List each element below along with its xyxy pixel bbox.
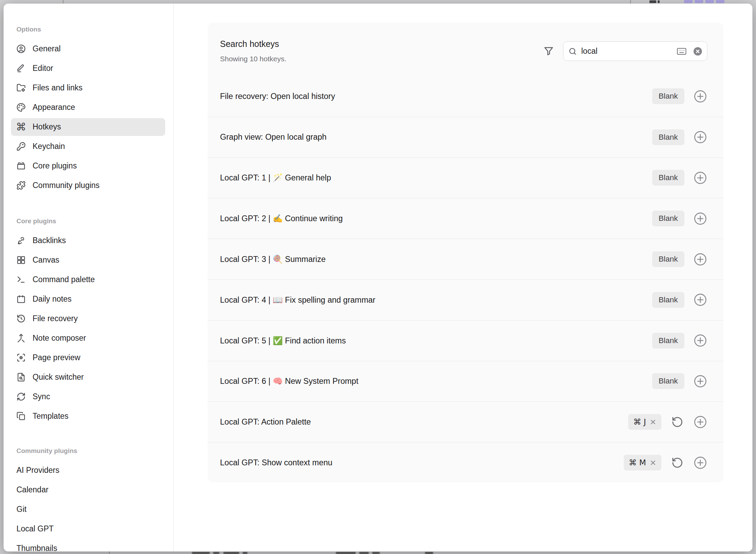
- sidebar-item-quick-switcher[interactable]: Quick switcher: [4, 367, 173, 387]
- add-hotkey-button[interactable]: [693, 415, 707, 429]
- hotkey-row: Local GPT: 2 | ✍️ Continue writing Blank: [208, 198, 723, 239]
- remove-hotkey-icon[interactable]: [650, 459, 656, 466]
- hotkey-blank-badge: Blank: [652, 129, 684, 145]
- background-text-fragment: [359, 552, 369, 554]
- hotkey-row: Local GPT: 4 | 📖 Fix spelling and gramma…: [208, 279, 723, 320]
- key-icon: [16, 142, 26, 151]
- sidebar-item-core-plugins[interactable]: Core plugins: [4, 156, 173, 176]
- sidebar-item-label: Calendar: [16, 485, 48, 494]
- keyboard-icon[interactable]: [676, 46, 687, 56]
- add-hotkey-button[interactable]: [693, 89, 707, 103]
- terminal-icon: [16, 275, 26, 284]
- sidebar-item-backlinks[interactable]: Backlinks: [4, 231, 173, 250]
- sidebar-item-appearance[interactable]: Appearance: [4, 98, 173, 117]
- background-toolbar-icon: [658, 0, 660, 3]
- sidebar-item-hotkeys[interactable]: ⌘ Hotkeys: [11, 118, 165, 136]
- add-hotkey-button[interactable]: [693, 374, 707, 388]
- sidebar-item-ai-providers[interactable]: AI Providers: [4, 461, 173, 480]
- hotkey-row: Graph view: Open local graph Blank: [208, 117, 723, 158]
- hotkey-keys: ⌘ J: [633, 417, 646, 426]
- add-hotkey-button[interactable]: [693, 130, 707, 144]
- hotkey-name: Local GPT: Action Palette: [220, 417, 628, 427]
- file-search-icon: [16, 373, 26, 382]
- folder-gear-icon: [16, 83, 26, 92]
- restore-default-button[interactable]: [670, 456, 684, 470]
- sidebar-item-note-composer[interactable]: Note composer: [4, 328, 173, 348]
- add-hotkey-button[interactable]: [693, 171, 707, 185]
- sidebar-section-header-core-plugins: Core plugins: [4, 211, 173, 231]
- settings-content: Search hotkeys Showing 10 hotkeys.: [174, 4, 752, 551]
- sidebar-item-thumbnails[interactable]: Thumbnails: [4, 539, 173, 551]
- add-hotkey-button[interactable]: [693, 333, 707, 348]
- sidebar-item-templates[interactable]: Templates: [4, 406, 173, 426]
- background-text-fragment: [336, 552, 356, 554]
- hotkey-blank-badge: Blank: [652, 251, 684, 267]
- hotkey-name: Graph view: Open local graph: [220, 133, 652, 142]
- sidebar-item-label: Core plugins: [33, 161, 77, 171]
- background-accent-button: [695, 0, 703, 3]
- search-input-wrapper: [563, 41, 707, 61]
- sidebar-item-label: Thumbnails: [16, 544, 57, 551]
- hotkeys-card: Search hotkeys Showing 10 hotkeys.: [208, 23, 723, 482]
- sidebar-section-header-options: Options: [4, 20, 173, 39]
- restore-default-button[interactable]: [670, 415, 684, 429]
- sidebar-item-community-plugins[interactable]: Community plugins: [4, 176, 173, 195]
- hotkey-name: Local GPT: 2 | ✍️ Continue writing: [220, 214, 652, 223]
- backlink-icon: [16, 236, 26, 245]
- sidebar-item-sync[interactable]: Sync: [4, 387, 173, 406]
- clear-search-button[interactable]: [693, 47, 703, 56]
- sidebar-item-file-recovery[interactable]: File recovery: [4, 309, 173, 328]
- filter-button[interactable]: [542, 44, 556, 58]
- sidebar-item-label: Templates: [33, 412, 69, 421]
- user-circle-icon: [16, 44, 26, 53]
- background-text-fragment: [372, 552, 380, 554]
- toy-brick-icon: [16, 161, 26, 171]
- sidebar-item-keychain[interactable]: Keychain: [4, 137, 173, 156]
- sidebar-item-label: Note composer: [33, 333, 86, 343]
- sidebar-item-label: Community plugins: [33, 181, 100, 190]
- background-accent-button: [684, 0, 693, 3]
- sidebar-item-canvas[interactable]: Canvas: [4, 250, 173, 270]
- sidebar-item-label: AI Providers: [16, 466, 59, 475]
- sidebar-item-general[interactable]: General: [4, 39, 173, 59]
- sidebar-item-label: Sync: [33, 392, 50, 401]
- copy-icon: [16, 412, 26, 421]
- sidebar-item-git[interactable]: Git: [4, 500, 173, 519]
- sidebar-item-label: Keychain: [33, 142, 65, 151]
- sidebar-item-label: Canvas: [33, 255, 59, 265]
- sidebar-item-command-palette[interactable]: Command palette: [4, 270, 173, 289]
- circle-x-icon: [693, 47, 703, 56]
- sidebar-item-label: Command palette: [33, 275, 95, 284]
- sidebar-item-editor[interactable]: Editor: [4, 59, 173, 78]
- background-text-fragment: [243, 552, 247, 554]
- sidebar-item-label: General: [33, 44, 61, 53]
- sidebar-item-local-gpt[interactable]: Local GPT: [4, 519, 173, 539]
- hotkey-blank-badge: Blank: [652, 333, 684, 349]
- sidebar-item-calendar[interactable]: Calendar: [4, 480, 173, 500]
- hotkey-row: Local GPT: Show context menu ⌘ M: [208, 442, 723, 482]
- sidebar-section-header-community-plugins: Community plugins: [4, 441, 173, 461]
- sidebar-item-label: Git: [16, 505, 26, 514]
- sidebar-item-label: Appearance: [33, 103, 75, 112]
- add-hotkey-button[interactable]: [693, 252, 707, 266]
- background-text-fragment: [425, 552, 433, 554]
- sidebar-item-daily-notes[interactable]: Daily notes: [4, 289, 173, 309]
- search-input[interactable]: [577, 47, 676, 56]
- remove-hotkey-icon[interactable]: [650, 419, 656, 425]
- calendar-icon: [16, 294, 26, 304]
- command-icon: ⌘: [16, 122, 26, 131]
- hotkey-row: Local GPT: 1 | 🪄 General help Blank: [208, 158, 723, 198]
- background-toolbar-icon: [649, 0, 656, 3]
- background-text-fragment: [223, 552, 239, 554]
- add-hotkey-button[interactable]: [693, 293, 707, 307]
- sidebar-item-label: File recovery: [33, 314, 78, 323]
- add-hotkey-button[interactable]: [693, 212, 707, 226]
- sidebar-item-label: Local GPT: [16, 524, 54, 533]
- hotkey-row: Local GPT: Action Palette ⌘ J: [208, 401, 723, 442]
- settings-sidebar: Options General Editor Files and links: [4, 4, 174, 551]
- add-hotkey-button[interactable]: [693, 456, 707, 470]
- desktop-background: Options General Editor Files and links: [0, 0, 756, 554]
- sidebar-item-page-preview[interactable]: Page preview: [4, 348, 173, 367]
- sidebar-item-files-and-links[interactable]: Files and links: [4, 78, 173, 98]
- hotkey-name: Local GPT: 6 | 🧠 New System Prompt: [220, 376, 652, 386]
